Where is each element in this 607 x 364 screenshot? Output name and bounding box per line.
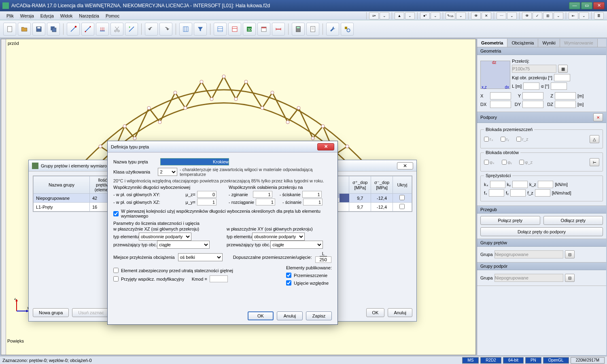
- view-tool-3-dd[interactable]: ⌄: [431, 12, 440, 19]
- kmod-input[interactable]: [210, 275, 228, 282]
- scinanie-input[interactable]: [303, 199, 323, 205]
- mu-z-input[interactable]: [197, 191, 216, 198]
- view-tool-3[interactable]: ●": [420, 12, 430, 19]
- fy2-input[interactable]: [510, 189, 526, 197]
- z-input[interactable]: [555, 92, 576, 99]
- view-tool-12[interactable]: ≣: [594, 12, 604, 19]
- dimension-icon[interactable]: [125, 23, 138, 36]
- new-file-icon[interactable]: [3, 23, 16, 36]
- kz-input[interactable]: [538, 181, 553, 188]
- view-tool-11[interactable]: ⇤: [569, 12, 578, 19]
- mu-y-input[interactable]: [197, 199, 216, 205]
- open-file-icon[interactable]: [18, 23, 31, 36]
- view-tool-2-dd[interactable]: ⌄: [405, 12, 415, 19]
- fz2-input[interactable]: [535, 189, 550, 197]
- table-2-icon[interactable]: [228, 23, 241, 36]
- view-tool-5[interactable]: 👁: [471, 12, 481, 19]
- view-tool-11-dd[interactable]: ⌄: [579, 12, 589, 19]
- menu-narzedzia[interactable]: Narzędzia: [76, 13, 102, 19]
- def-anuluj-button[interactable]: Anuluj: [277, 311, 303, 320]
- status-64bit[interactable]: 64-bit: [503, 357, 524, 364]
- groups-anuluj-button[interactable]: Anuluj: [388, 308, 412, 317]
- lock-fz[interactable]: [519, 160, 524, 165]
- przew-xz-select[interactable]: ciągłe: [157, 241, 210, 249]
- status-ms[interactable]: MS: [462, 357, 479, 364]
- usun-button[interactable]: Usuń zaznac: [72, 308, 110, 317]
- podpory-remove-button[interactable]: ✕: [593, 113, 603, 121]
- lock-rz[interactable]: [516, 137, 521, 142]
- settings-icon[interactable]: [341, 23, 354, 36]
- view-tool-1[interactable]: ≡•: [369, 12, 379, 19]
- przew-xy-select[interactable]: ciągłe: [270, 241, 323, 249]
- fx2-input[interactable]: [489, 189, 504, 197]
- view-tool-7[interactable]: ⋯: [497, 12, 506, 19]
- x-input[interactable]: [490, 92, 511, 99]
- dy-input[interactable]: [522, 101, 543, 108]
- calendar-icon[interactable]: [257, 23, 270, 36]
- grupy-pretow-button[interactable]: ⊟: [565, 250, 575, 258]
- close-button[interactable]: ✕: [593, 2, 605, 9]
- view-tool-6[interactable]: ✕: [482, 12, 491, 19]
- grupy-podpor-button[interactable]: ⊟: [565, 274, 575, 282]
- deflection-denom-input[interactable]: [315, 256, 331, 263]
- typ-el-xz-select[interactable]: obustronnie podparty: [139, 233, 191, 241]
- bar-tool-icon[interactable]: [81, 23, 94, 36]
- status-opengl[interactable]: OpenGL: [543, 357, 569, 364]
- tab-wymiarowanie[interactable]: Wymiarowanie: [560, 39, 598, 47]
- tab-obciazenia[interactable]: Obciążenia: [507, 39, 538, 47]
- lock-rx[interactable]: [484, 137, 489, 142]
- table-1-icon[interactable]: [214, 23, 227, 36]
- nowa-grupa-button[interactable]: Nowa grupa: [33, 308, 69, 317]
- usage-class-select[interactable]: 2: [158, 168, 177, 176]
- status-r2d2[interactable]: R2D2: [480, 357, 501, 364]
- cross-section-select[interactable]: [512, 65, 556, 73]
- kmod-checkbox[interactable]: [113, 276, 119, 281]
- grupa-podpor-select[interactable]: [495, 274, 563, 282]
- support-type-button[interactable]: △: [590, 135, 599, 143]
- kx-input[interactable]: [490, 181, 505, 188]
- definition-titlebar[interactable]: Definicja typu pręta ✕: [108, 141, 337, 152]
- miejsce-select[interactable]: oś belki: [178, 253, 223, 261]
- menu-wersja[interactable]: Wersja: [17, 13, 37, 19]
- lock-fy[interactable]: [502, 160, 507, 165]
- measure-icon[interactable]: [272, 23, 285, 36]
- hide-checkbox-0[interactable]: [399, 195, 405, 200]
- grupa-pretow-select[interactable]: [495, 250, 563, 258]
- view-tool-10-dd[interactable]: ⌄: [554, 12, 563, 19]
- hide-checkbox-1[interactable]: [399, 204, 405, 209]
- calculator-icon[interactable]: [292, 23, 305, 36]
- dolacz-button[interactable]: Dołącz pręty do podpory: [480, 227, 603, 236]
- view-tool-4[interactable]: ✎₁₁: [446, 12, 455, 19]
- node-tool-icon[interactable]: [67, 23, 80, 36]
- length-input[interactable]: [523, 83, 539, 90]
- definition-close-button[interactable]: ✕: [317, 143, 334, 150]
- typ-el-xy-select[interactable]: obustronnie podparty: [252, 233, 305, 241]
- angle-input[interactable]: [554, 74, 570, 81]
- dz-input[interactable]: [555, 101, 576, 108]
- report-icon[interactable]: [306, 23, 319, 36]
- groups-ok-button[interactable]: OK: [366, 308, 385, 317]
- menu-pomoc[interactable]: Pomoc: [102, 13, 123, 19]
- redo-icon[interactable]: [159, 23, 172, 36]
- lock-ry[interactable]: [501, 137, 505, 142]
- przem-checkbox[interactable]: [286, 273, 291, 278]
- rotation-type-button[interactable]: ⊢: [590, 158, 599, 166]
- tab-geometria[interactable]: Geometria: [477, 39, 507, 47]
- save-as-icon[interactable]: [47, 23, 60, 36]
- undo-icon[interactable]: [145, 23, 158, 36]
- save-icon[interactable]: [32, 23, 45, 36]
- rozciaganie-input[interactable]: [256, 199, 275, 205]
- view-tool-1-dd[interactable]: ⌄: [380, 12, 389, 19]
- 3d-icon[interactable]: 3D: [243, 23, 256, 36]
- y-input[interactable]: [522, 92, 543, 99]
- tab-wyniki[interactable]: Wyniki: [538, 39, 560, 47]
- maximize-button[interactable]: ▭: [581, 2, 592, 9]
- ugiecie-checkbox[interactable]: [286, 280, 291, 286]
- bar-type-name-input[interactable]: [160, 158, 229, 165]
- zabezp-checkbox[interactable]: [113, 268, 119, 273]
- def-zapisz-button[interactable]: Zapisz: [306, 311, 332, 320]
- def-ok-button[interactable]: OK: [248, 311, 274, 320]
- filter-icon[interactable]: [194, 23, 207, 36]
- groups-close-button[interactable]: ✕: [397, 162, 413, 169]
- wrench-icon[interactable]: [326, 23, 339, 36]
